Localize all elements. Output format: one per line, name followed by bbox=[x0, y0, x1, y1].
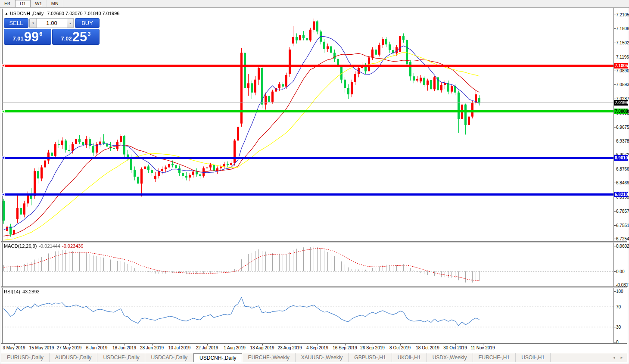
date-axis-label: 13 Aug 2019 bbox=[250, 345, 274, 350]
symbol-tab-eurusd-daily[interactable]: EURUSD-,Daily bbox=[1, 353, 50, 362]
hline-6.82103[interactable] bbox=[2, 193, 613, 196]
price-axis[interactable]: 7.210507.180807.150207.119607.089007.059… bbox=[613, 8, 627, 343]
price-axis-tick: 6.87660 bbox=[616, 167, 629, 171]
timeframe-d1-button[interactable]: D1 bbox=[15, 0, 31, 7]
timeframe-mn-button[interactable]: MN bbox=[47, 0, 63, 7]
price-axis-tick: 6.75510 bbox=[616, 223, 629, 227]
hline-6.90100[interactable] bbox=[2, 157, 613, 159]
timeframe-toolbar: H4 D1 W1 MN bbox=[0, 0, 629, 8]
price-badge-7.00089: 7.00089 bbox=[614, 109, 628, 114]
sell-price-big: 99 bbox=[24, 31, 39, 44]
date-axis-label: 30 Oct 2019 bbox=[443, 345, 467, 350]
price-axis-tick-mark bbox=[614, 127, 616, 128]
hline-6.82103-handle[interactable] bbox=[2, 193, 5, 196]
symbol-tab-usoil-h1[interactable]: USOil-,H1 bbox=[516, 353, 551, 362]
price-badge-6.82103: 6.82103 bbox=[614, 192, 628, 197]
tabs-holder: EURUSD-,DailyAUDUSD-,DailyUSDCHF-,DailyU… bbox=[1, 353, 551, 362]
date-axis-label: 16 Sep 2019 bbox=[333, 345, 357, 350]
sell-price-panel[interactable]: 7.01 99 6 bbox=[4, 29, 51, 45]
price-axis-tick: 7.11960 bbox=[616, 54, 629, 59]
hline-7.10051[interactable] bbox=[2, 65, 613, 67]
date-axis-label: 8 Oct 2019 bbox=[389, 345, 411, 350]
symbol-tab-usdx-weekly[interactable]: USDX-,Weekly bbox=[427, 353, 473, 362]
macd-axis-tick: 0.060273 bbox=[616, 244, 629, 249]
rsi-axis-tick: 100 bbox=[616, 289, 623, 294]
macd-name: MACD(12,26,9) bbox=[4, 243, 37, 249]
sell-button[interactable]: SELL bbox=[4, 18, 28, 28]
price-axis-tick-mark bbox=[614, 169, 616, 169]
hline-7.10051-handle[interactable] bbox=[2, 64, 5, 67]
price-axis-tick: 6.93780 bbox=[616, 138, 629, 143]
macd-label: MACD(12,26,9)-0.021444-0.023439 bbox=[4, 243, 84, 249]
symbol-tab-eurchf-weekly[interactable]: EURCHF-,Weekly bbox=[242, 353, 295, 362]
price-axis-tick-mark bbox=[614, 28, 616, 29]
volume-input[interactable] bbox=[37, 19, 67, 28]
timeframe-w1-button[interactable]: W1 bbox=[31, 0, 47, 7]
rsi-axis-tick: 70 bbox=[616, 304, 621, 309]
date-axis-label: 11 Nov 2019 bbox=[471, 345, 495, 350]
price-axis-tick: 7.15020 bbox=[616, 40, 629, 45]
price-axis-tick-mark bbox=[614, 183, 616, 183]
buy-button[interactable]: BUY bbox=[75, 18, 100, 28]
sell-price-sup: 6 bbox=[39, 31, 42, 37]
current-price-line[interactable] bbox=[2, 103, 613, 103]
macd-axis-tick-mark bbox=[614, 246, 616, 246]
volume-up-button[interactable]: ▲ bbox=[67, 19, 74, 28]
plot-left-border bbox=[2, 9, 3, 343]
date-axis-label: 1 Aug 2019 bbox=[224, 345, 246, 350]
date-axis[interactable]: 3 May 201915 May 201927 May 20196 Jun 20… bbox=[1, 343, 627, 353]
hline-7.00089-handle[interactable] bbox=[2, 110, 5, 113]
symbol-tab-gbpusd-h1[interactable]: GBPUSD-,H1 bbox=[349, 353, 392, 362]
buy-price-big: 25 bbox=[72, 31, 87, 44]
date-axis-label: 27 May 2019 bbox=[57, 345, 82, 350]
rsi-value: 43.2893 bbox=[22, 289, 40, 294]
volume-down-button[interactable]: ▼ bbox=[30, 19, 37, 28]
timeframe-h4-button[interactable]: H4 bbox=[0, 0, 15, 7]
price-axis-tick-mark bbox=[614, 71, 616, 71]
rsi-label: RSI(14)43.2893 bbox=[4, 289, 40, 294]
date-axis-label: 3 May 2019 bbox=[3, 345, 25, 350]
price-axis-tick-mark bbox=[614, 84, 616, 85]
price-axis-tick: 6.84690 bbox=[616, 180, 629, 185]
price-axis-tick: 7.05930 bbox=[616, 82, 629, 87]
price-chart-canvas[interactable] bbox=[2, 9, 613, 343]
date-axis-label: 6 Jun 2019 bbox=[86, 345, 108, 350]
tab-scroll-left-icon[interactable]: ◄ bbox=[612, 356, 616, 360]
tab-scroll-right-icon[interactable]: ► bbox=[620, 356, 623, 360]
price-axis-tick-mark bbox=[614, 141, 616, 141]
main-macd-divider[interactable] bbox=[1, 241, 627, 243]
macd-axis-tick-mark bbox=[614, 285, 616, 285]
price-axis-tick: 6.78570 bbox=[616, 208, 629, 213]
symbol-tab-eurchf-h1[interactable]: EURCHF-,H1 bbox=[473, 353, 516, 362]
price-axis-tick-mark bbox=[614, 15, 616, 15]
price-axis-tick-mark bbox=[614, 99, 616, 99]
symbol-tab-xauusd-weekly[interactable]: XAUUSD-,Weekly bbox=[296, 353, 349, 362]
hline-6.90100-handle[interactable] bbox=[2, 156, 5, 159]
buy-price-prefix: 7.02 bbox=[61, 35, 72, 42]
hline-7.00089[interactable] bbox=[2, 110, 613, 112]
date-axis-label: 22 Jul 2019 bbox=[196, 345, 218, 350]
tab-scroll-controls: ◄ ► bbox=[609, 353, 627, 362]
buy-price-panel[interactable]: 7.02 25 3 bbox=[52, 29, 100, 45]
price-axis-tick: 7.08900 bbox=[616, 68, 629, 73]
symbol-tab-usdchf-daily[interactable]: USDCHF-,Daily bbox=[97, 353, 145, 362]
date-axis-label: 26 Sep 2019 bbox=[360, 345, 385, 350]
symbol-tab-ukoil-h1[interactable]: UKOil-,H1 bbox=[392, 353, 427, 362]
price-axis-tick: 6.96750 bbox=[616, 124, 629, 129]
symbol-tab-usdcnh-daily[interactable]: USDCNH-,Daily bbox=[193, 353, 242, 362]
rsi-axis-tick-mark bbox=[614, 307, 616, 307]
sell-price-prefix: 7.01 bbox=[12, 35, 23, 42]
price-axis-tick-mark bbox=[614, 57, 616, 57]
rsi-axis-tick-mark bbox=[614, 342, 616, 342]
chart-window: ▲USDCNH-,Daily7.02680 7.03070 7.01840 7.… bbox=[1, 8, 628, 363]
price-badge-7.10051: 7.10051 bbox=[614, 63, 628, 68]
date-axis-label: 15 May 2019 bbox=[29, 345, 54, 350]
date-axis-label: 28 Jun 2019 bbox=[140, 345, 164, 350]
symbol-tab-usdcad-daily[interactable]: USDCAD-,Daily bbox=[145, 353, 193, 362]
macd-rsi-divider[interactable] bbox=[1, 286, 627, 288]
date-axis-label: 4 Sep 2019 bbox=[306, 345, 328, 350]
symbol-tab-audusd-daily[interactable]: AUDUSD-,Daily bbox=[50, 353, 98, 362]
current-price-badge: 7.01996 bbox=[614, 100, 628, 106]
rsi-axis-tick: 30 bbox=[616, 324, 621, 329]
symbol-name: USDCNH-,Daily bbox=[10, 11, 44, 16]
